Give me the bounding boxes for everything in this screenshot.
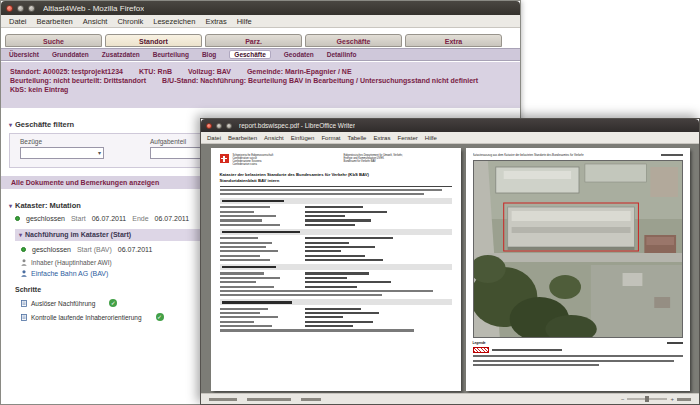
field-row: [220, 259, 452, 261]
section-heading-line: [222, 301, 292, 303]
pdf-page-1: Schweizerische EidgenossenschaftConfédér…: [211, 148, 461, 391]
menu-item-3[interactable]: Einfügen: [291, 135, 315, 141]
section-band: [220, 299, 452, 305]
field-label-line: [220, 224, 280, 226]
menu-item-4[interactable]: Format: [321, 135, 340, 141]
status-dot-icon: [21, 247, 26, 252]
menu-item-2[interactable]: Ansicht: [264, 135, 284, 141]
field-label-line: [220, 206, 270, 208]
field-row: [220, 286, 452, 288]
step-label[interactable]: Auslöser Nachführung: [31, 300, 95, 307]
field-value-line: [305, 308, 361, 310]
field-row: [220, 237, 452, 239]
field-row: [220, 255, 452, 257]
sub-tab-7[interactable]: Detailinfo: [327, 51, 357, 58]
main-tab-2[interactable]: Parz.: [205, 34, 302, 47]
field-value-line: [305, 325, 353, 327]
document-area[interactable]: Schweizerische EidgenossenschaftConfédér…: [201, 144, 699, 393]
department-lines: Eidgenössisches Departement für Umwelt, …: [344, 154, 452, 166]
field-row: [220, 211, 452, 213]
field-row: [220, 250, 452, 252]
field-row: [220, 206, 452, 208]
menu-item-6[interactable]: Extras: [373, 135, 390, 141]
person-icon: [21, 270, 27, 277]
sub-tab-2[interactable]: Zusatzdaten: [102, 51, 140, 58]
menu-item-5[interactable]: Extras: [205, 17, 226, 26]
close-icon[interactable]: [206, 123, 212, 129]
menu-item-8[interactable]: Hilfe: [425, 135, 437, 141]
status-text-line: [209, 398, 237, 401]
main-tab-bar: SucheStandortParz.GeschäfteExtra: [5, 34, 502, 47]
field-label-line: [220, 272, 264, 274]
menu-item-1[interactable]: Bearbeiten: [37, 17, 73, 26]
main-tab-3[interactable]: Geschäfte: [305, 34, 402, 47]
maximize-icon[interactable]: [226, 123, 232, 129]
status-text-line: [247, 398, 291, 401]
menu-item-0[interactable]: Datei: [9, 17, 27, 26]
menu-item-2[interactable]: Ansicht: [83, 17, 108, 26]
field-row: [220, 325, 452, 327]
menu-item-0[interactable]: Datei: [207, 135, 221, 141]
sub-tab-6[interactable]: Geodaten: [284, 51, 314, 58]
pdf-page-2: Katasterauszug aus dem Kataster der bela…: [466, 148, 690, 391]
legend-entry: [473, 347, 683, 353]
field-label-line: [220, 286, 274, 288]
pdf-titlebar[interactable]: report.bdswispec.pdf - LibreOffice Write…: [201, 119, 699, 132]
field-value-line: [305, 316, 343, 318]
status-text: geschlossen: [26, 215, 65, 222]
maximize-icon[interactable]: [28, 5, 35, 12]
firefox-titlebar[interactable]: Altlast4Web - Mozilla Firefox: [1, 1, 520, 15]
zoom-in-icon[interactable]: [670, 396, 674, 402]
legend-label: Legende: [473, 341, 486, 345]
menu-item-7[interactable]: Fenster: [397, 135, 417, 141]
sub-tab-5[interactable]: Geschäfte: [229, 50, 270, 59]
field-label-line: [220, 219, 262, 221]
sub-tab-4[interactable]: Blog: [202, 51, 216, 58]
field-value-line: [305, 215, 345, 217]
field-label-line: [220, 215, 276, 217]
zoom-out-icon[interactable]: [621, 396, 625, 402]
step-label[interactable]: Kontrolle laufende Inhaberorientierung: [31, 314, 142, 321]
site-perimeter-swatch: [473, 347, 489, 353]
main-tab-4[interactable]: Extra: [405, 34, 502, 47]
start-bav-date: 06.07.2011: [118, 246, 153, 253]
field-row: [220, 316, 452, 318]
text-line: [661, 154, 683, 156]
check-icon: [156, 313, 164, 321]
inhaber-value[interactable]: Einfache Bahn AG (BAV): [31, 270, 108, 277]
field-row: [220, 215, 452, 217]
field-row: [220, 272, 452, 274]
menu-item-3[interactable]: Chronik: [117, 17, 143, 26]
divider: [220, 186, 452, 187]
field-value-line: [305, 219, 371, 221]
info-segment-1: B/U-Stand: Nachführung: Beurteilung BAV …: [162, 77, 478, 84]
check-icon: [109, 299, 117, 307]
person-gray-icon: [21, 259, 27, 266]
sub-tab-1[interactable]: Grunddaten: [52, 51, 89, 58]
menu-item-5[interactable]: Tabelle: [347, 135, 366, 141]
field-label-line: [220, 308, 268, 310]
zoom-slider-knob[interactable]: [645, 396, 649, 402]
map-page-header: Katasterauszug aus dem Kataster der bela…: [473, 153, 683, 157]
field-value-line: [305, 255, 365, 257]
info-segment-2: Vollzug: BAV: [188, 68, 231, 75]
field-row: [220, 219, 452, 221]
site-info-line-2: Beurteilung: nicht beurteilt: Drittstand…: [10, 77, 511, 84]
field-value-line: [305, 250, 341, 252]
bezuege-select[interactable]: [20, 147, 104, 159]
zoom-slider[interactable]: [627, 398, 667, 400]
field-label-line: [220, 237, 258, 239]
window-title: Altlast4Web - Mozilla Firefox: [43, 4, 144, 13]
menu-item-1[interactable]: Bearbeiten: [228, 135, 257, 141]
menu-item-4[interactable]: Lesezeichen: [153, 17, 195, 26]
main-tab-1[interactable]: Standort: [105, 34, 202, 47]
minimize-icon[interactable]: [216, 123, 222, 129]
menu-item-6[interactable]: Hilfe: [237, 17, 252, 26]
close-icon[interactable]: [6, 5, 13, 12]
sub-tab-3[interactable]: Beurteilung: [153, 51, 189, 58]
main-tab-0[interactable]: Suche: [5, 34, 102, 47]
field-value-line: [305, 286, 357, 288]
sub-tab-0[interactable]: Übersicht: [9, 51, 39, 58]
inhaber-label: Inhaber (Hauptinhaber AWI): [31, 259, 112, 266]
minimize-icon[interactable]: [17, 5, 24, 12]
